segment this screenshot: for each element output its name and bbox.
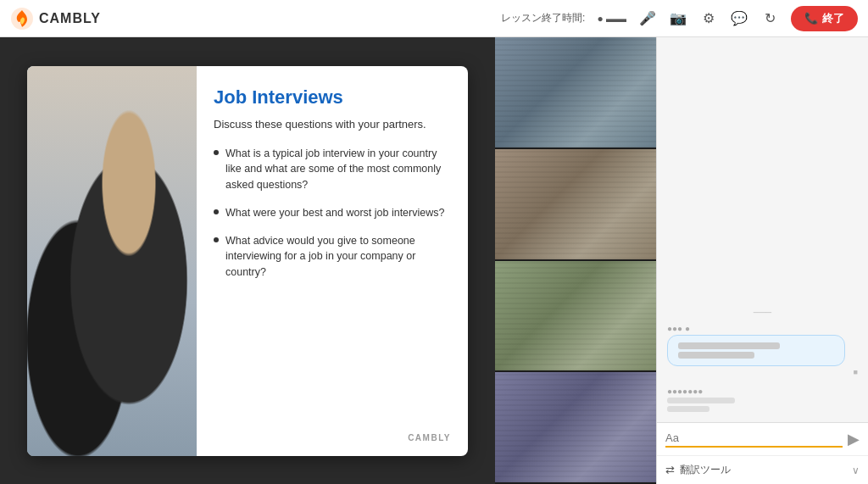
- refresh-icon[interactable]: ↻: [760, 9, 779, 28]
- bullet-dot-2: [214, 209, 219, 214]
- bullet-item-2: What were your best and worst job interv…: [214, 205, 451, 221]
- end-lesson-button[interactable]: 📞 終了: [791, 6, 858, 31]
- slide-brand: CAMBLY: [214, 433, 451, 442]
- bullet-text-3: What advice would you give to someone in…: [225, 233, 451, 281]
- camera-icon[interactable]: 📷: [669, 9, 687, 28]
- bullet-dot-1: [214, 150, 219, 155]
- video-thumb-2[interactable]: [495, 149, 656, 261]
- lesson-timer-value: ● ▬▬: [597, 13, 626, 25]
- translate-toolbar[interactable]: ⇄ 翻訳ツール ∨: [657, 455, 868, 484]
- chat-message-2: ●●●●●●●: [667, 383, 858, 412]
- chat-messages: ─── ●●● ● ■ ●●●●●●●: [657, 37, 868, 422]
- topbar: CAMBLY レッスン終了時間: ● ▬▬ 🎤 📷 ⚙ 💬 ↻ 📞 終了: [0, 0, 868, 37]
- lesson-timer-label: レッスン終了時間:: [501, 11, 585, 25]
- logo-text: CAMBLY: [39, 11, 101, 26]
- mic-icon[interactable]: 🎤: [638, 9, 657, 28]
- chat-input[interactable]: [665, 431, 843, 448]
- send-icon: ▶: [848, 430, 860, 448]
- slide-card: Job Interviews Discuss these questions w…: [27, 66, 468, 456]
- chat-panel: ─── ●●● ● ■ ●●●●●●●: [656, 37, 868, 484]
- chat-icon[interactable]: 💬: [730, 9, 748, 28]
- chevron-down-icon: ∨: [852, 465, 860, 476]
- slide-subtitle: Discuss these questions with your partne…: [214, 117, 451, 132]
- chat-message-1: ●●● ● ■: [667, 324, 858, 376]
- chat-reply-text-2: [667, 398, 858, 412]
- chat-bubble-1: [667, 335, 845, 366]
- video-thumb-3[interactable]: [495, 261, 656, 373]
- end-button-label: 終了: [822, 11, 844, 26]
- translate-icon: ⇄: [665, 464, 675, 476]
- chat-timestamp: ───: [667, 308, 858, 317]
- slide-area: Job Interviews Discuss these questions w…: [0, 37, 495, 484]
- bullet-item-3: What advice would you give to someone in…: [214, 233, 451, 281]
- bullet-text-2: What were your best and worst job interv…: [225, 205, 444, 221]
- settings-icon[interactable]: ⚙: [699, 9, 718, 28]
- logo-area: CAMBLY: [10, 7, 101, 31]
- topbar-controls: レッスン終了時間: ● ▬▬ 🎤 📷 ⚙ 💬 ↻ 📞 終了: [501, 6, 858, 31]
- chat-send-button[interactable]: ▶: [848, 430, 860, 448]
- cambly-logo-icon: [10, 7, 34, 31]
- video-thumb-4[interactable]: [495, 372, 656, 484]
- phone-icon: 📞: [804, 12, 818, 25]
- chat-sender-1: ●●● ●: [667, 324, 858, 333]
- bullet-dot-3: [214, 237, 219, 242]
- bullet-text-1: What is a typical job interview in your …: [225, 146, 451, 193]
- chat-sender-2: ●●●●●●●: [667, 387, 858, 396]
- chat-input-row: ▶: [657, 423, 868, 455]
- slide-interview-image: [27, 66, 197, 456]
- chat-input-area: ▶ ⇄ 翻訳ツール ∨: [657, 422, 868, 484]
- slide-content: Job Interviews Discuss these questions w…: [197, 66, 468, 456]
- translate-label: 翻訳ツール: [680, 463, 847, 477]
- slide-title: Job Interviews: [214, 86, 451, 108]
- bullet-item-1: What is a typical job interview in your …: [214, 146, 451, 193]
- main-layout: Job Interviews Discuss these questions w…: [0, 37, 868, 484]
- chat-time-1: ■: [667, 368, 858, 376]
- video-panel: [495, 37, 656, 484]
- video-thumb-1[interactable]: [495, 37, 656, 149]
